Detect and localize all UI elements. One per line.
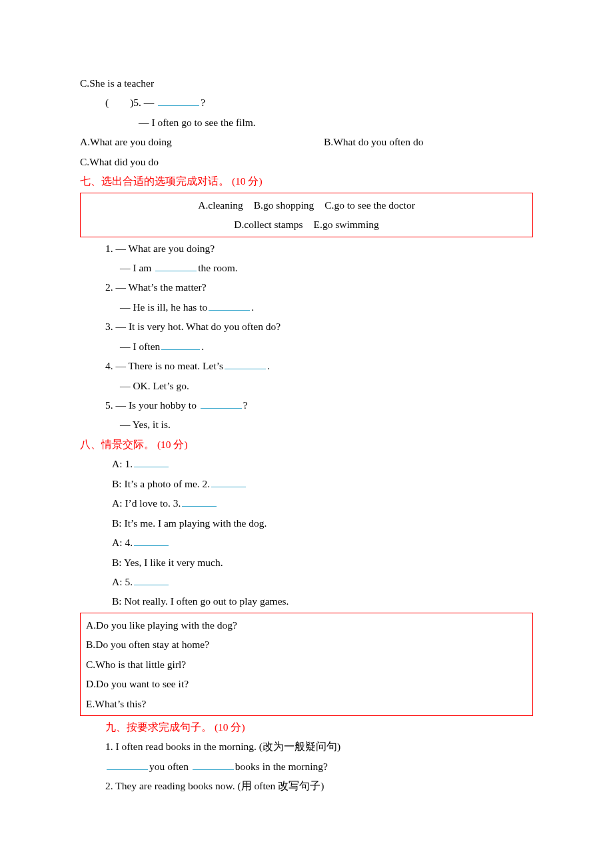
blank-s8-3[interactable] [182, 496, 217, 507]
s8-line-a1: A: 1. [80, 454, 533, 473]
question-5-line2: — I often go to see the film. [80, 113, 533, 132]
blank-s9-1b[interactable] [193, 759, 234, 770]
document-page: C.She is a teacher ( )5. — ? — I often g… [0, 0, 613, 836]
blank-s7-4[interactable] [225, 359, 266, 370]
s8-b1-text: B: It’s a photo of me. 2. [112, 478, 210, 489]
s8-line-b4: B: Not really. I often go out to play ga… [80, 591, 533, 611]
s7-q4-line2: — OK. Let’s go. [80, 376, 533, 395]
s7-q3-pre: — I often [120, 341, 160, 352]
blank-s7-3[interactable] [161, 339, 200, 350]
blank-s8-4[interactable] [134, 535, 169, 547]
s7-q5-post: ? [243, 399, 248, 411]
s8-line-a3: A: 4. [80, 533, 533, 552]
s7-q1-post: the room. [198, 262, 237, 273]
s7-q2-line2: — He is ill, he has to. [80, 297, 533, 317]
question-5-line1: ( )5. — ? [80, 93, 533, 112]
box8-e: E.What’s this? [86, 694, 527, 713]
s7-q3-line2: — I often. [80, 337, 533, 356]
box8-a: A.Do you like playing with the dog? [86, 615, 527, 635]
blank-s8-1[interactable] [134, 457, 169, 468]
s7-q1-line2: — I am the room. [80, 258, 533, 277]
s8-line-b1: B: It’s a photo of me. 2. [80, 474, 533, 493]
option-b-often-do: B.What do you often do [324, 132, 533, 151]
s7-q2-line1: 2. — What’s the matter? [80, 277, 533, 297]
s8-line-a4: A: 5. [80, 572, 533, 591]
blank-s8-2[interactable] [211, 476, 246, 487]
blank-s7-2[interactable] [209, 299, 250, 311]
section-7-heading: 七、选出合适的选项完成对话。 (10 分) [80, 171, 533, 191]
section-9-heading: 九、按要求完成句子。 (10 分) [80, 717, 533, 737]
question-5-options-ab: A.What are you doing B.What do you often… [80, 132, 533, 151]
box8-d: D.Do you want to see it? [86, 674, 527, 693]
box8-c: C.Who is that little girl? [86, 655, 527, 674]
blank-s7-1[interactable] [155, 260, 197, 271]
s7-q4-pre: 4. — There is no meat. Let’s [105, 360, 223, 371]
s7-q2-post: . [251, 301, 254, 313]
s7-q4-post: . [267, 360, 270, 371]
s7-q1-line1: 1. — What are you doing? [80, 239, 533, 258]
s7-q5-pre: 5. — Is your hobby to [105, 399, 199, 411]
option-c-did-you: C.What did you do [80, 152, 533, 171]
box8-b: B.Do you often stay at home? [86, 635, 527, 654]
option-c-teacher: C.She is a teacher [80, 73, 533, 93]
s9-q1-fill: you often books in the morning? [80, 757, 533, 776]
s7-q5-line2: — Yes, it is. [80, 415, 533, 434]
s7-q3-line1: 3. — It is very hot. What do you often d… [80, 317, 533, 336]
section-8-option-box: A.Do you like playing with the dog? B.Do… [80, 613, 533, 716]
s9-q2: 2. They are reading books now. (用 often … [80, 776, 533, 795]
s9-q1-mid: you often [149, 761, 191, 772]
s8-a3-text: A: 4. [112, 537, 133, 548]
box7-line1: A.cleaning B.go shopping C.go to see the… [86, 195, 527, 215]
blank-s9-1a[interactable] [107, 759, 148, 770]
blank-s7-5[interactable] [201, 398, 242, 409]
blank-s8-5[interactable] [134, 574, 169, 585]
s7-q5-line1: 5. — Is your hobby to ? [80, 395, 533, 415]
s8-line-b3: B: Yes, I like it very much. [80, 553, 533, 572]
s7-q1-pre: — I am [120, 262, 154, 273]
box7-line2: D.collect stamps E.go swimming [86, 215, 527, 234]
s7-q2-pre: — He is ill, he has to [120, 301, 207, 313]
section-8-heading: 八、情景交际。 (10 分) [80, 435, 533, 454]
s9-q1-post: books in the morning? [235, 761, 328, 772]
question-5-tail: ? [201, 97, 205, 108]
option-a-doing: A.What are you doing [80, 132, 324, 151]
section-7-option-box: A.cleaning B.go shopping C.go to see the… [80, 193, 533, 237]
s8-a2-text: A: I’d love to. 3. [112, 497, 181, 509]
blank-q5[interactable] [158, 95, 199, 107]
s8-line-a2: A: I’d love to. 3. [80, 493, 533, 513]
s9-q1: 1. I often read books in the morning. (改… [80, 737, 533, 756]
s8-a4-text: A: 5. [112, 576, 133, 587]
s7-q4-line1: 4. — There is no meat. Let’s. [80, 356, 533, 375]
question-5-number: ( )5. — [105, 97, 157, 108]
s8-a1-text: A: 1. [112, 458, 133, 469]
s7-q3-post: . [201, 341, 204, 352]
s8-line-b2: B: It’s me. I am playing with the dog. [80, 513, 533, 533]
